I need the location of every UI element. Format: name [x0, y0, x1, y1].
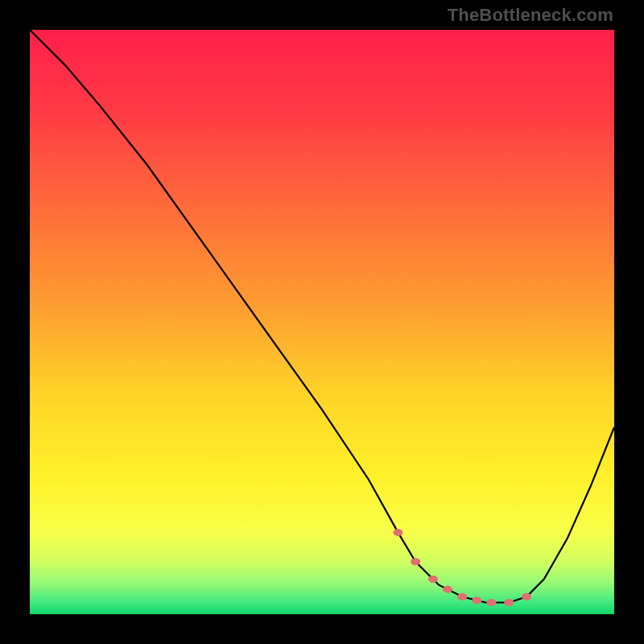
valley-marker — [522, 593, 531, 601]
source-credit: TheBottleneck.com — [448, 5, 613, 26]
valley-marker — [504, 599, 514, 606]
valley-marker — [457, 593, 467, 601]
valley-marker — [393, 529, 402, 536]
plot-area — [30, 30, 614, 614]
bottleneck-curve — [30, 30, 614, 614]
valley-marker — [472, 597, 481, 604]
chart-frame: TheBottleneck.com — [0, 0, 644, 644]
valley-marker — [428, 576, 438, 583]
valley-marker — [443, 586, 452, 593]
valley-marker — [411, 558, 420, 565]
valley-marker — [487, 599, 497, 606]
